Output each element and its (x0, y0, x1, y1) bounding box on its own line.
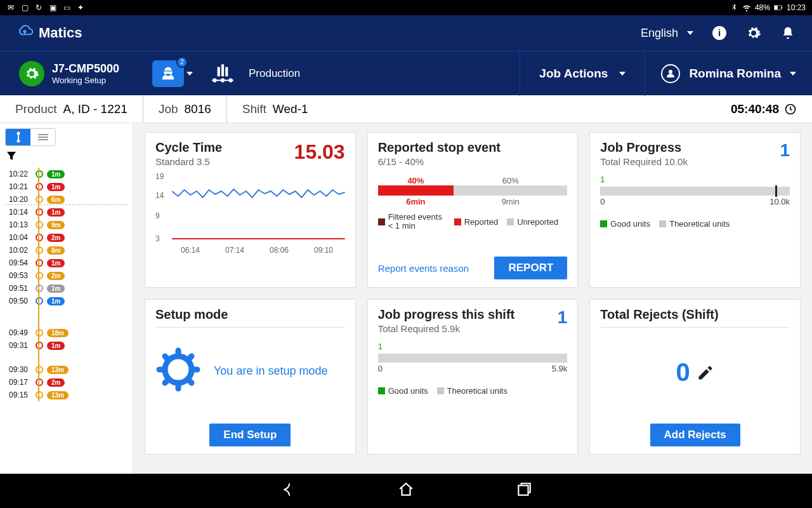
list-view-icon[interactable] (30, 129, 55, 145)
job-actions-dropdown[interactable]: Job Actions (520, 51, 645, 96)
timeline-event[interactable]: 10:211m (9, 180, 128, 193)
svg-rect-9 (221, 64, 224, 76)
user-name: Romina Romina (689, 67, 781, 81)
elapsed-time: 05:40:48 (716, 102, 812, 116)
sync-icon: ↻ (34, 3, 43, 12)
cloud-icon (16, 24, 34, 42)
wifi-icon (742, 3, 751, 12)
card-shift-progress: Job progress this shift Total Required 5… (367, 299, 579, 455)
gear-icon[interactable] (745, 25, 762, 41)
cycle-chart: 19 14 9 3 06:14 07:14 08:06 09:10 (155, 172, 345, 255)
card-title: Reported stop event (378, 140, 568, 155)
rejects-value: 0 (676, 358, 690, 387)
bell-icon[interactable] (780, 25, 796, 41)
back-button[interactable] (280, 481, 296, 500)
svg-point-11 (669, 70, 672, 74)
timeline-event[interactable]: 09:172m (9, 376, 128, 389)
clock-icon (784, 103, 797, 116)
language-selector[interactable]: English (641, 27, 693, 40)
user-menu[interactable]: Romina Romina (645, 51, 812, 96)
gear-icon (155, 347, 201, 395)
photo-icon: ▢ (20, 3, 29, 12)
progress-bar (600, 187, 790, 196)
timeline-event[interactable]: 09:4918m (9, 326, 128, 339)
language-label: English (641, 27, 678, 40)
svg-text:i: i (718, 27, 721, 38)
battery-percent: 48% (755, 3, 770, 12)
job-bar: J7-CMP5000 Working Setup 2 Production Jo… (0, 51, 812, 95)
timeline-event[interactable]: 09:541m (9, 257, 128, 269)
timeline-event[interactable]: 10:221m (9, 168, 128, 180)
crumb-product: Product A, ID - 1221 (0, 95, 143, 123)
timeline-event[interactable]: 10:206m (9, 193, 128, 206)
mail-icon: ✉ (6, 3, 15, 12)
timeline-event[interactable]: 09:532m (9, 269, 128, 282)
progress-badge: 1 (780, 140, 790, 161)
report-events-link[interactable]: Report events reason (378, 263, 469, 274)
info-icon[interactable]: i (711, 25, 728, 41)
machine-block[interactable]: J7-CMP5000 Working Setup (0, 61, 143, 86)
svg-rect-1 (775, 6, 778, 10)
card-rejects: Total Rejects (Shift) 0 Add Rejects (589, 299, 801, 455)
card-setup-mode: Setup mode You are in setup mode End Set… (145, 299, 356, 455)
svg-rect-2 (782, 6, 782, 9)
timeline-event[interactable]: 09:511m (9, 282, 128, 295)
timeline-event[interactable]: 10:141m (9, 206, 128, 218)
report-button[interactable]: REPORT (494, 257, 567, 279)
image-icon: ▭ (62, 3, 71, 12)
timeline-event[interactable]: 09:3013m (9, 363, 128, 376)
progress-badge: 1 (558, 307, 568, 328)
android-nav-bar (0, 474, 812, 508)
svg-rect-8 (218, 67, 220, 76)
card-title: Cycle Time (155, 140, 222, 155)
chevron-down-icon (790, 72, 796, 76)
card-title: Total Rejects (Shift) (600, 307, 790, 322)
pencil-icon[interactable] (697, 364, 714, 382)
brand: Matics (16, 24, 82, 42)
card-cycle-time: Cycle Time Standard 3.5 15.03 19 14 9 3 … (145, 132, 356, 288)
filter-icon[interactable] (6, 151, 16, 161)
breadcrumb-bar: Product A, ID - 1221 Job 8016 Shift Wed-… (0, 95, 812, 123)
recent-button[interactable] (516, 481, 532, 500)
timeline-event[interactable]: 09:311m (9, 339, 128, 352)
svg-rect-21 (518, 486, 528, 495)
card-subtitle: Standard 3.5 (155, 156, 222, 167)
timeline-event[interactable]: 10:028m (9, 244, 128, 257)
timeline-event[interactable]: 09:1513m (9, 389, 128, 401)
view-toggle[interactable] (5, 128, 56, 146)
card-subtitle: 6/15 - 40% (378, 156, 568, 167)
machine-name: J7-CMP5000 (52, 62, 119, 76)
stop-event-bar (378, 185, 568, 196)
card-title: Job progress this shift (378, 307, 515, 322)
app-icon: ▣ (48, 3, 57, 12)
chevron-down-icon (619, 72, 625, 76)
timeline-event[interactable]: 10:042m (9, 231, 128, 244)
dashboard-grid: Cycle Time Standard 3.5 15.03 19 14 9 3 … (133, 123, 812, 474)
battery-icon (774, 3, 783, 12)
top-nav: Matics English i (0, 15, 812, 51)
chevron-down-icon (687, 31, 693, 35)
card-subtitle: Total Required 10.0k (600, 156, 688, 167)
add-rejects-button[interactable]: Add Rejects (650, 424, 740, 446)
end-setup-button[interactable]: End Setup (209, 424, 291, 446)
operator-selector[interactable]: 2 (152, 60, 184, 87)
card-title: Job Progress (600, 140, 688, 155)
bluetooth-icon (730, 3, 738, 12)
robot-icon (209, 64, 236, 83)
widget-icon: ✦ (76, 3, 85, 12)
setup-text: You are in setup mode (214, 364, 327, 378)
machine-status: Working Setup (52, 76, 119, 85)
home-button[interactable] (398, 481, 414, 500)
event-timeline[interactable]: 10:221m10:211m10:206m10:141m10:139m10:04… (5, 168, 128, 401)
timeline-event[interactable]: 10:139m (9, 218, 128, 231)
production-mode[interactable]: Production (209, 64, 300, 83)
mode-label: Production (249, 67, 300, 80)
timeline-event[interactable]: 09:501m (9, 295, 128, 307)
status-time: 10:23 (787, 3, 806, 12)
avatar-icon (661, 64, 680, 83)
svg-rect-10 (225, 67, 228, 76)
android-status-bar: ✉ ▢ ↻ ▣ ▭ ✦ 48% 10:23 (0, 0, 812, 15)
timeline-view-icon[interactable] (6, 129, 30, 145)
svg-point-14 (16, 140, 20, 143)
card-title: Setup mode (155, 307, 345, 322)
